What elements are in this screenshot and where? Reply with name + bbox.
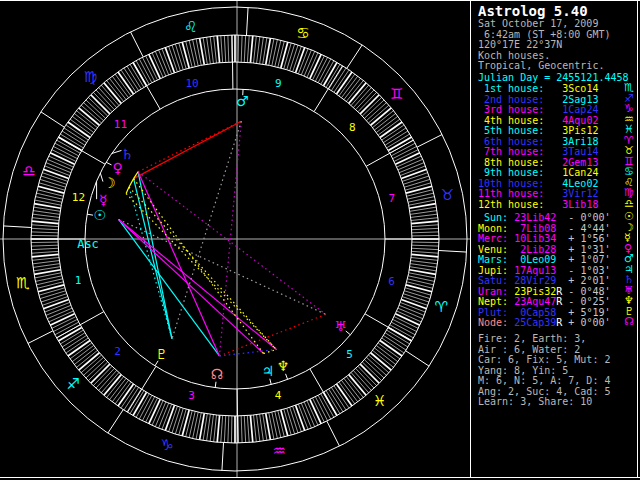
element-tally: Fire: 2, Earth: 3, Air : 6, Water: 2 Car… [478,334,610,408]
degree-tick [244,35,245,62]
degree-tick [127,66,141,89]
degree-tick [344,378,361,399]
degree-tick [210,37,213,64]
house-number: 4 [275,389,282,402]
sign-glyph-icon: ♍ [84,68,97,86]
degree-tick [358,366,377,385]
aspect-line [126,194,276,350]
degree-tick [382,338,404,353]
sign-boundary [131,32,144,57]
degree-tick [351,85,369,105]
degree-tick [32,218,59,221]
degree-tick [362,362,381,381]
aspect-line [119,219,326,314]
aspect-line [219,314,325,356]
degree-tick [109,378,126,399]
degree-tick [224,35,225,62]
degree-tick [250,415,252,442]
planet-position-list: Sun: 23Lib42 - 0°00'☉Moon: 7Lib08 - 4°44… [478,213,611,329]
sign-glyph-icon: ♋ [296,24,309,42]
degree-tick [228,416,229,443]
tally-mnad: M: 6, N: 5, A: 7, D: 4 [478,376,610,387]
moon-glyph-icon: ☽ [103,175,116,191]
aspect-line [138,172,219,356]
chart-wheel: ☉☽☿♀♂♃♄♅♆♇☊♈♉♊♋♌♍♎♏♐♑♒♓123456789101112As… [0,0,470,480]
degree-tick [182,42,189,68]
chart-location: 120°17E 22°37N [478,40,610,51]
degree-tick [329,389,343,412]
degree-tick [93,92,112,111]
planet-row: Node: 25Cap39R + 0°00'☊ [478,318,611,329]
degree-tick [81,105,101,123]
degree-tick [281,42,288,68]
degree-tick [412,225,439,227]
degree-tick [369,105,389,123]
degree-tick [371,108,392,125]
degree-tick [214,36,217,63]
degree-tick [412,228,439,229]
sign-boundary [327,421,340,446]
sign-boundary [28,331,53,344]
degree-tick [189,40,195,66]
degree-tick [378,343,400,359]
degree-tick [74,113,95,130]
degree-tick [406,186,432,193]
degree-tick [244,416,245,443]
degree-tick [115,382,131,404]
degree-tick [104,375,121,396]
degree-tick [369,355,389,373]
neptune-glyph-icon: ♆ [277,358,290,374]
degree-tick [115,74,131,96]
degree-tick [324,62,338,85]
window-border-top [0,0,640,1]
planet-pointer [215,382,216,388]
degree-tick [278,411,285,437]
aspect-line [138,121,241,172]
degree-tick [33,261,60,264]
degree-tick [62,131,85,145]
zodiac-mode: Tropical, Geocentric. [478,61,610,72]
house-number: 9 [275,77,282,90]
degree-tick [88,362,107,381]
sun-glyph-icon: ☉ [94,207,107,223]
mars-glyph-icon: ♂ [236,93,249,109]
sign-boundary [347,45,362,68]
degree-tick [374,348,395,365]
degree-tick [411,258,438,261]
planet-pointer [106,162,111,165]
pluto-glyph-icon: ♇ [156,346,169,362]
degree-tick [410,264,437,268]
degree-tick [358,92,377,111]
aspect-line [134,121,242,178]
degree-tick [351,373,369,393]
sign-boundary [246,7,248,35]
degree-tick [186,41,193,67]
degree-tick [278,41,285,67]
sign-glyph-icon: ♉ [441,186,454,204]
degree-tick [76,111,97,128]
degree-tick [64,128,87,143]
sign-boundary [406,351,429,366]
house-number: 7 [389,192,396,205]
degree-tick [360,364,379,383]
degree-tick [373,111,394,128]
aspect-line [126,187,129,193]
degree-tick [217,36,219,63]
degree-tick [37,190,63,197]
degree-tick [260,37,264,64]
degree-tick [104,83,121,104]
degree-tick [388,137,411,151]
degree-tick [31,248,58,249]
degree-tick [241,35,242,62]
degree-tick [404,291,430,299]
degree-tick [101,85,119,105]
tally-learn-share: Learn: 3, Share: 10 [478,397,610,408]
degree-tick [81,355,101,373]
house-row: 12th house: 3Lib18♎ [478,200,598,211]
degree-tick [133,392,147,415]
degree-tick [37,282,63,289]
degree-tick [207,37,211,64]
degree-tick [91,95,110,114]
degree-tick [40,179,66,187]
degree-tick [118,384,133,406]
